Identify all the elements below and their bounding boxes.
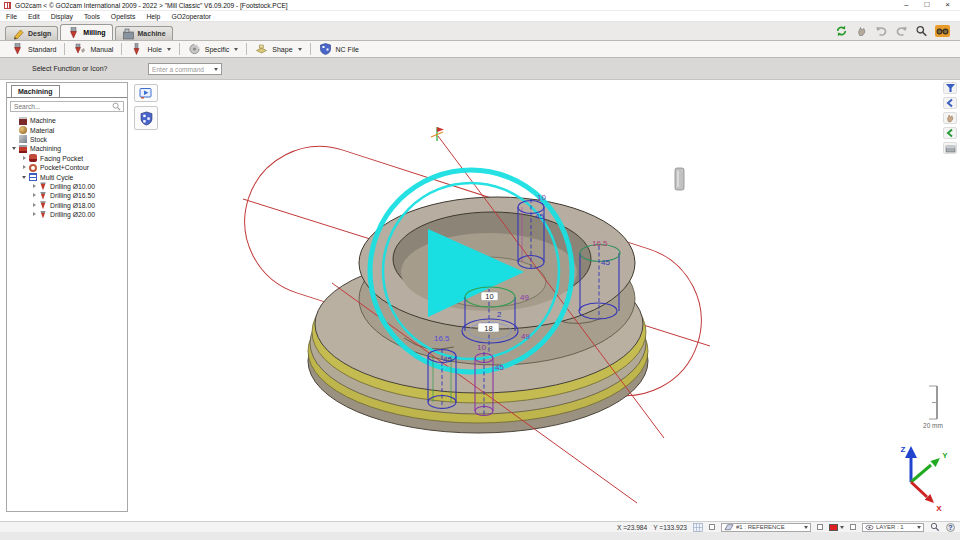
- search-icon: [112, 102, 121, 111]
- stock-box-icon: [945, 144, 956, 153]
- stock-view-button[interactable]: [943, 142, 957, 154]
- expander-closed-icon[interactable]: [31, 183, 38, 190]
- color-checkbox[interactable]: [817, 524, 823, 530]
- menu-go2operator[interactable]: GO2operator: [171, 13, 211, 20]
- help-button[interactable]: ?: [946, 523, 955, 532]
- shape-button[interactable]: Shape: [248, 41, 308, 57]
- tab-design[interactable]: Design: [5, 26, 58, 40]
- dropdown-caret-icon[interactable]: [167, 48, 171, 51]
- tree-node-drilling-18[interactable]: Drilling Ø18.00: [7, 201, 127, 210]
- tree-node-material[interactable]: Material: [7, 125, 127, 134]
- origin-marker: [431, 127, 444, 141]
- button-label: NC File: [336, 46, 359, 53]
- tree-node-pocket-contour[interactable]: Pocket+Contour: [7, 163, 127, 172]
- go-glasses-icon[interactable]: [935, 25, 950, 37]
- grab-view-button[interactable]: [943, 112, 957, 124]
- ribbon: Design Milling Machine: [0, 22, 960, 58]
- specific-button[interactable]: Specific: [181, 41, 246, 57]
- viewport-3d-scene[interactable]: 10 45 16.5 45: [0, 80, 960, 521]
- collapse-panel-button[interactable]: [943, 97, 957, 109]
- tree-node-drilling-16-5[interactable]: Drilling Ø16.50: [7, 191, 127, 200]
- hand-icon: [945, 113, 955, 123]
- expander-closed-icon[interactable]: [31, 202, 38, 209]
- combo-caret-icon[interactable]: [214, 68, 218, 71]
- machining-check-button[interactable]: [134, 106, 158, 130]
- expander-open-icon[interactable]: [11, 145, 18, 152]
- reference-plane-select[interactable]: #1 : REFERENCE: [721, 523, 811, 532]
- color-caret-icon[interactable]: [840, 526, 844, 529]
- expander-closed-icon[interactable]: [31, 211, 38, 218]
- expander-open-icon[interactable]: [21, 174, 28, 181]
- bottom-strip: [0, 532, 960, 540]
- dimension-label: 16.5: [592, 239, 608, 248]
- tree-node-label: Multi Cycle: [40, 174, 73, 181]
- current-color-swatch[interactable]: [829, 524, 838, 531]
- dimension-label: 10: [477, 343, 486, 352]
- command-placeholder: Enter a command: [152, 66, 204, 73]
- regenerate-icon[interactable]: [835, 25, 848, 37]
- undo-icon[interactable]: [875, 25, 888, 37]
- manual-button[interactable]: Manual: [66, 41, 120, 57]
- separator: [246, 43, 247, 55]
- command-combobox[interactable]: Enter a command: [148, 63, 222, 75]
- hole-button[interactable]: Hole: [123, 41, 177, 57]
- part-model[interactable]: [308, 197, 648, 433]
- tab-label: Machine: [138, 30, 166, 37]
- tree-node-machining[interactable]: Machining: [7, 144, 127, 153]
- expander-closed-icon[interactable]: [21, 164, 28, 171]
- combo-caret-icon[interactable]: [804, 526, 808, 529]
- menu-display[interactable]: Display: [51, 13, 73, 20]
- zoom-icon[interactable]: [915, 25, 928, 37]
- simulation-panel-button[interactable]: [134, 84, 158, 102]
- tab-label: Milling: [83, 29, 105, 36]
- zoom-status-icon[interactable]: [930, 522, 940, 532]
- panel-tab-machining[interactable]: Machining: [11, 85, 60, 97]
- dropdown-caret-icon[interactable]: [234, 48, 238, 51]
- menu-help[interactable]: Help: [146, 13, 160, 20]
- maximize-button[interactable]: □: [924, 0, 929, 10]
- layer-value: LAYER : 1: [876, 524, 904, 530]
- machining-node-icon: [19, 145, 27, 153]
- search-input[interactable]: [11, 103, 112, 110]
- tree-node-facing-pocket[interactable]: Facing Pocket: [7, 154, 127, 163]
- grid-snap-icon[interactable]: [693, 523, 703, 532]
- tree-node-drilling-20[interactable]: Drilling Ø20.00: [7, 210, 127, 219]
- menu-tools[interactable]: Tools: [84, 13, 100, 20]
- layer-checkbox[interactable]: [850, 524, 856, 530]
- tree-node-stock[interactable]: Stock: [7, 135, 127, 144]
- select-hand-icon[interactable]: [855, 25, 868, 37]
- expander-closed-icon[interactable]: [31, 192, 38, 199]
- nc-file-button[interactable]: NC File: [312, 41, 366, 57]
- reference-checkbox[interactable]: [709, 524, 715, 530]
- tree-node-machine[interactable]: Machine: [7, 116, 127, 125]
- machining-tree: Machine Material Stock Machining Facing …: [7, 116, 127, 511]
- standard-button[interactable]: Standard: [4, 41, 63, 57]
- combo-caret-icon[interactable]: [917, 526, 921, 529]
- menu-opelists[interactable]: Opelists: [111, 13, 136, 20]
- tree-node-label: Machine: [30, 117, 56, 124]
- button-label: Shape: [272, 46, 292, 53]
- go2cam-window: GO2cam < © GO2cam International 2009 - 2…: [0, 0, 960, 540]
- tool-pin: [675, 168, 684, 190]
- scale-label: 20 mm: [923, 422, 943, 429]
- tree-node-multi-cycle[interactable]: Multi Cycle: [7, 172, 127, 181]
- expander-closed-icon[interactable]: [21, 155, 28, 162]
- close-button[interactable]: ×: [945, 0, 950, 10]
- previous-step-button[interactable]: [943, 127, 957, 139]
- tree-node-label: Drilling Ø18.00: [50, 202, 95, 209]
- tree-search[interactable]: [10, 101, 124, 112]
- filter-button[interactable]: [943, 82, 957, 94]
- tree-node-drilling-10[interactable]: Drilling Ø10.00: [7, 182, 127, 191]
- dimension-label: 49: [520, 293, 529, 302]
- dropdown-caret-icon[interactable]: [298, 48, 302, 51]
- menu-edit[interactable]: Edit: [28, 13, 40, 20]
- tab-milling[interactable]: Milling: [60, 24, 112, 40]
- minimize-button[interactable]: –: [904, 0, 908, 10]
- menu-file[interactable]: File: [6, 13, 17, 20]
- tab-machine[interactable]: Machine: [115, 26, 173, 40]
- command-label: Select Function or Icon?: [32, 65, 108, 72]
- viewport: 10 45 16.5 45: [0, 80, 960, 521]
- axis-x-label: X: [936, 504, 942, 513]
- redo-icon[interactable]: [895, 25, 908, 37]
- layer-select[interactable]: LAYER : 1: [862, 523, 924, 532]
